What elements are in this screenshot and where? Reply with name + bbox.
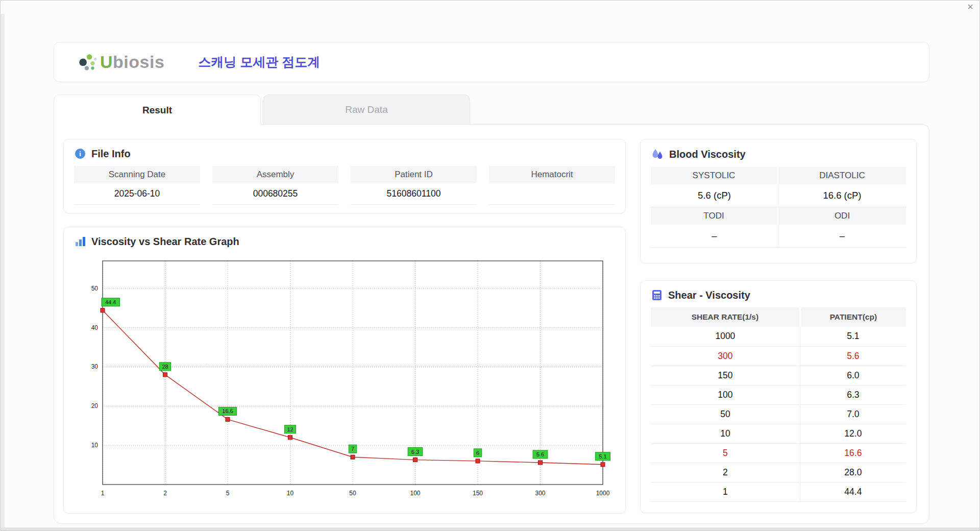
x-tick-label: 50 (349, 490, 356, 497)
point-label-text: 5.6 (536, 451, 544, 457)
table-cell: 6.3 (800, 385, 906, 404)
tab-raw-data[interactable]: Raw Data (263, 94, 470, 124)
viscosity-chart: 10203040501251050100150300100044.42816.6… (76, 256, 612, 503)
table-cell: 12.0 (800, 424, 906, 443)
odi-value: – (778, 225, 906, 248)
svg-text:i: i (79, 150, 81, 158)
todi-label: TODI (651, 207, 778, 225)
x-tick-label: 100 (410, 490, 420, 497)
data-marker (163, 373, 167, 377)
x-tick-label: 10 (287, 490, 294, 497)
x-tick-label: 2 (163, 490, 167, 497)
data-marker (101, 308, 105, 312)
hematocrit-label: Hematocrit (489, 166, 615, 183)
table-row: 228.0 (651, 463, 906, 482)
droplets-icon (651, 148, 664, 161)
window-edge-bottom (1, 527, 980, 531)
assembly-value: 000680255 (212, 183, 338, 205)
patient-id-label: Patient ID (351, 166, 477, 183)
left-column: i File Info Scanning Date Assembly Patie… (63, 139, 626, 513)
x-tick-label: 1 (101, 490, 105, 497)
x-tick-label: 150 (473, 490, 483, 497)
shear-viscosity-table: SHEAR RATE(1/s) PATIENT(cp) 10005.13005.… (651, 307, 906, 502)
shear-viscosity-card: Shear - Viscosity SHEAR RATE(1/s) PATIEN… (640, 280, 917, 513)
result-panel: i File Info Scanning Date Assembly Patie… (54, 124, 929, 524)
page-title: 스캐닝 모세관 점도계 (198, 54, 320, 70)
table-cell: 1 (651, 482, 800, 501)
data-marker (538, 461, 543, 465)
file-info-card: i File Info Scanning Date Assembly Patie… (63, 139, 626, 213)
data-marker (226, 417, 230, 421)
tab-result[interactable]: Result (54, 94, 261, 125)
data-line (103, 310, 603, 465)
y-tick-label: 10 (91, 442, 99, 449)
systolic-value: 5.6 (cP) (651, 184, 778, 207)
shear-viscosity-title: Shear - Viscosity (668, 289, 750, 301)
close-icon[interactable]: × (967, 2, 973, 12)
diastolic-value: 16.6 (cP) (778, 184, 906, 207)
blood-viscosity-card: Blood Viscosity SYSTOLIC DIASTOLIC 5.6 (… (640, 139, 917, 263)
table-row: 1506.0 (651, 366, 906, 385)
header-card: Ubiosis 스캐닝 모세관 점도계 (54, 42, 929, 82)
table-cell: 50 (651, 404, 800, 424)
chart-area: 10203040501251050100150300100044.42816.6… (74, 254, 615, 505)
assembly-label: Assembly (212, 166, 338, 183)
app-logo: Ubiosis (77, 51, 164, 74)
x-tick-label: 5 (226, 490, 230, 497)
graph-title: Viscosity vs Shear Rate Graph (91, 236, 239, 248)
table-row: 1012.0 (651, 424, 906, 443)
bar-chart-icon (74, 235, 86, 248)
hematocrit-value (489, 183, 615, 205)
patient-id-value: 51608601100 (351, 183, 477, 205)
table-cell: 5.1 (800, 327, 906, 346)
logo-dots-icon (77, 51, 98, 74)
table-cell: 300 (651, 346, 800, 366)
point-label-text: 6 (476, 450, 479, 456)
window-edge-left (1, 14, 5, 527)
viscosity-graph-card: Viscosity vs Shear Rate Graph 1020304050… (63, 227, 626, 514)
table-cell: 6.0 (800, 366, 906, 385)
right-column: Blood Viscosity SYSTOLIC DIASTOLIC 5.6 (… (640, 139, 917, 513)
file-info-fields: Scanning Date Assembly Patient ID Hemato… (74, 166, 615, 205)
x-tick-label: 1000 (596, 490, 610, 497)
scanning-date-label: Scanning Date (74, 166, 200, 183)
table-cell: 16.6 (800, 443, 906, 463)
systolic-label: SYSTOLIC (651, 167, 778, 184)
point-label-text: 12 (287, 426, 293, 432)
data-marker (476, 459, 480, 463)
table-row: 1006.3 (651, 385, 906, 404)
table-cell: 44.4 (800, 482, 906, 501)
shear-table-body: 10005.13005.61506.01006.3507.01012.0516.… (651, 327, 906, 501)
y-tick-label: 40 (91, 324, 99, 331)
point-label-text: 28 (162, 364, 168, 370)
data-marker (601, 463, 605, 467)
table-cell: 1000 (651, 327, 800, 346)
point-label-text: 16.6 (222, 408, 233, 414)
table-header-row: SHEAR RATE(1/s) PATIENT(cp) (651, 307, 906, 327)
file-info-title: File Info (91, 148, 131, 160)
diastolic-label: DIASTOLIC (778, 167, 906, 184)
table-cell: 5.6 (800, 346, 906, 366)
todi-value: – (651, 225, 778, 248)
point-label-text: 44.4 (105, 299, 116, 305)
table-cell: 7.0 (800, 404, 906, 424)
table-cell: 2 (651, 463, 800, 482)
table-row: 3005.6 (651, 346, 906, 366)
point-label-text: 7 (351, 446, 354, 452)
patient-column-header: PATIENT(cp) (800, 307, 906, 327)
data-marker (413, 458, 418, 462)
info-icon: i (74, 148, 86, 160)
table-cell: 100 (651, 385, 800, 404)
data-marker (288, 436, 292, 440)
table-cell: 10 (651, 424, 800, 443)
tab-bar: Result Raw Data (54, 94, 470, 125)
y-tick-label: 20 (91, 402, 99, 409)
scanning-date-value: 2025-06-10 (74, 183, 200, 205)
table-row: 516.6 (651, 443, 906, 463)
table-row: 507.0 (651, 404, 906, 424)
odi-label: ODI (778, 207, 906, 225)
table-row: 10005.1 (651, 327, 906, 346)
blood-viscosity-title: Blood Viscosity (669, 149, 746, 160)
logo-text: Ubiosis (100, 52, 164, 72)
data-marker (351, 455, 355, 459)
